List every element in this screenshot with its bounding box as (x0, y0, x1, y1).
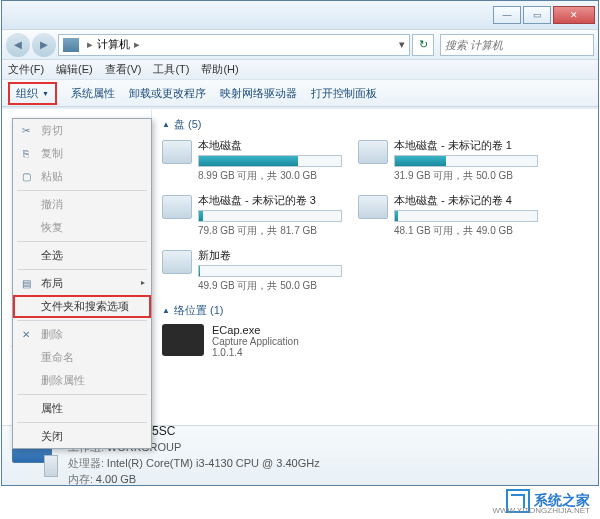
drive-icon (162, 250, 192, 274)
menu-view[interactable]: 查看(V) (105, 62, 142, 77)
drive-item[interactable]: 本地磁盘 - 未标记的卷 379.8 GB 可用，共 81.7 GB (162, 193, 342, 238)
drive-item[interactable]: 本地磁盘 - 未标记的卷 131.9 GB 可用，共 50.0 GB (358, 138, 538, 183)
menu-cut[interactable]: ✂剪切 (13, 119, 151, 142)
map-drive-button[interactable]: 映射网络驱动器 (220, 86, 297, 101)
drive-item[interactable]: 本地磁盘8.99 GB 可用，共 30.0 GB (162, 138, 342, 183)
organize-button[interactable]: 组织 ▼ (8, 82, 57, 105)
uninstall-button[interactable]: 卸载或更改程序 (129, 86, 206, 101)
chevron-right-icon: ▸ (87, 38, 93, 51)
drive-free-text: 8.99 GB 可用，共 30.0 GB (198, 169, 342, 183)
drive-icon (358, 140, 388, 164)
location-text: 计算机 (97, 37, 130, 52)
dropdown-arrow-icon[interactable]: ▾ (399, 38, 405, 51)
usage-bar (394, 155, 538, 167)
device-item[interactable]: ECap.exe Capture Application 1.0.1.4 (162, 324, 588, 358)
drive-name: 本地磁盘 - 未标记的卷 4 (394, 193, 538, 208)
menu-rename[interactable]: 重命名 (13, 346, 151, 369)
delete-icon: ✕ (19, 327, 33, 341)
menu-edit[interactable]: 编辑(E) (56, 62, 93, 77)
menu-properties[interactable]: 属性 (13, 397, 151, 420)
menu-copy[interactable]: ⎘复制 (13, 142, 151, 165)
drive-name: 本地磁盘 - 未标记的卷 1 (394, 138, 538, 153)
refresh-button[interactable]: ↻ (412, 34, 434, 56)
logo-url: WWW.XITONGZHIJIA.NET (492, 506, 590, 515)
cpu-value: Intel(R) Core(TM) i3-4130 CPU @ 3.40GHz (107, 457, 320, 469)
device-name: ECap.exe (212, 324, 299, 336)
menu-bar: 文件(F) 编辑(E) 查看(V) 工具(T) 帮助(H) (2, 59, 598, 79)
system-properties-button[interactable]: 系统属性 (71, 86, 115, 101)
camera-icon (162, 324, 204, 356)
titlebar: — ▭ ✕ (2, 1, 598, 29)
chevron-down-icon: ▼ (42, 90, 49, 97)
ram-value: 4.00 GB (96, 473, 136, 485)
section-header-netloc[interactable]: ▲络位置 (1) (162, 303, 588, 318)
forward-button[interactable]: ► (32, 33, 56, 57)
menu-layout[interactable]: ▤布局▸ (13, 272, 151, 295)
minimize-button[interactable]: — (493, 6, 521, 24)
device-version: 1.0.1.4 (212, 347, 299, 358)
nav-bar: ◄ ► ▸ 计算机 ▸ ▾ ↻ (2, 29, 598, 59)
drive-free-text: 48.1 GB 可用，共 49.0 GB (394, 224, 538, 238)
chevron-right-icon: ▸ (134, 38, 140, 51)
menu-delete[interactable]: ✕删除 (13, 323, 151, 346)
control-panel-button[interactable]: 打开控制面板 (311, 86, 377, 101)
layout-icon: ▤ (19, 276, 33, 290)
organize-dropdown: ✂剪切 ⎘复制 ▢粘贴 撤消 恢复 全选 ▤布局▸ 文件夹和搜索选项 ✕删除 重… (12, 118, 152, 449)
drive-icon (358, 195, 388, 219)
section-header-hdd[interactable]: ▲盘 (5) (162, 117, 588, 132)
menu-remove-props[interactable]: 删除属性 (13, 369, 151, 392)
copy-icon: ⎘ (19, 146, 33, 160)
drive-free-text: 31.9 GB 可用，共 50.0 GB (394, 169, 538, 183)
menu-paste[interactable]: ▢粘贴 (13, 165, 151, 188)
menu-help[interactable]: 帮助(H) (201, 62, 238, 77)
computer-icon (63, 38, 79, 52)
back-button[interactable]: ◄ (6, 33, 30, 57)
drive-item[interactable]: 本地磁盘 - 未标记的卷 448.1 GB 可用，共 49.0 GB (358, 193, 538, 238)
usage-bar (198, 210, 342, 222)
usage-bar (394, 210, 538, 222)
cut-icon: ✂ (19, 123, 33, 137)
menu-undo[interactable]: 撤消 (13, 193, 151, 216)
menu-close[interactable]: 关闭 (13, 425, 151, 448)
main-pane: ▲盘 (5) 本地磁盘8.99 GB 可用，共 30.0 GB本地磁盘 - 未标… (152, 109, 598, 425)
menu-redo[interactable]: 恢复 (13, 216, 151, 239)
search-input[interactable] (440, 34, 594, 56)
menu-select-all[interactable]: 全选 (13, 244, 151, 267)
toolbar: 组织 ▼ 系统属性 卸载或更改程序 映射网络驱动器 打开控制面板 (2, 79, 598, 107)
breadcrumb[interactable]: ▸ 计算机 ▸ ▾ (58, 34, 410, 56)
drive-icon (162, 140, 192, 164)
paste-icon: ▢ (19, 169, 33, 183)
usage-bar (198, 265, 342, 277)
drive-name: 本地磁盘 - 未标记的卷 3 (198, 193, 342, 208)
drive-name: 本地磁盘 (198, 138, 342, 153)
drive-name: 新加卷 (198, 248, 342, 263)
submenu-arrow-icon: ▸ (141, 278, 145, 287)
menu-tools[interactable]: 工具(T) (153, 62, 189, 77)
maximize-button[interactable]: ▭ (523, 6, 551, 24)
menu-folder-options[interactable]: 文件夹和搜索选项 (13, 295, 151, 318)
watermark-logo: 系统之家 WWW.XITONGZHIJIA.NET (506, 489, 590, 513)
close-button[interactable]: ✕ (553, 6, 595, 24)
drive-free-text: 79.8 GB 可用，共 81.7 GB (198, 224, 342, 238)
organize-label: 组织 (16, 86, 38, 101)
drive-item[interactable]: 新加卷49.9 GB 可用，共 50.0 GB (162, 248, 342, 293)
drive-icon (162, 195, 192, 219)
drive-free-text: 49.9 GB 可用，共 50.0 GB (198, 279, 342, 293)
menu-file[interactable]: 文件(F) (8, 62, 44, 77)
usage-bar (198, 155, 342, 167)
device-desc: Capture Application (212, 336, 299, 347)
